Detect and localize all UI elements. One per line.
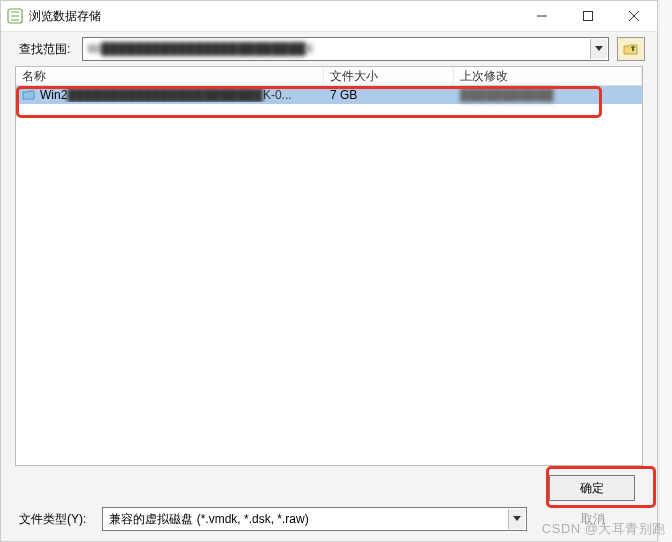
file-row[interactable]: Win2███████████████████████K-0... 7 GB █… bbox=[16, 86, 642, 104]
maximize-button[interactable] bbox=[565, 1, 611, 31]
file-list: 名称 文件大小 上次修改 Win2███████████████████████… bbox=[15, 66, 643, 466]
column-modified[interactable]: 上次修改 bbox=[454, 67, 642, 85]
folder-icon bbox=[22, 89, 36, 101]
minimize-button[interactable] bbox=[519, 1, 565, 31]
close-button[interactable] bbox=[611, 1, 657, 31]
search-path-combo[interactable]: Wi████████████████████████X bbox=[82, 37, 609, 61]
svg-rect-2 bbox=[584, 12, 593, 21]
file-list-headers: 名称 文件大小 上次修改 bbox=[16, 67, 642, 86]
chevron-down-icon[interactable] bbox=[508, 509, 525, 529]
toolbar: 查找范围: Wi████████████████████████X bbox=[1, 32, 657, 66]
file-type-value: 兼容的虚拟磁盘 (*.vmdk, *.dsk, *.raw) bbox=[109, 511, 508, 528]
file-name: Win2███████████████████████K-0... bbox=[40, 88, 292, 102]
svg-marker-6 bbox=[513, 516, 521, 521]
up-directory-button[interactable] bbox=[617, 37, 645, 61]
file-type-combo[interactable]: 兼容的虚拟磁盘 (*.vmdk, *.dsk, *.raw) bbox=[102, 507, 527, 531]
file-modified-cell: ███████████ bbox=[454, 88, 642, 102]
file-type-label: 文件类型(Y): bbox=[19, 511, 86, 528]
app-icon bbox=[7, 8, 23, 24]
column-name[interactable]: 名称 bbox=[16, 67, 324, 85]
ok-button[interactable]: 确定 bbox=[549, 475, 635, 501]
file-size-cell: 7 GB bbox=[324, 88, 454, 102]
search-scope-label: 查找范围: bbox=[19, 41, 70, 58]
search-path-text: Wi████████████████████████X bbox=[87, 42, 590, 56]
file-rows: Win2███████████████████████K-0... 7 GB █… bbox=[16, 86, 642, 104]
chevron-down-icon[interactable] bbox=[590, 39, 607, 59]
window-title: 浏览数据存储 bbox=[29, 8, 101, 25]
file-name-cell: Win2███████████████████████K-0... bbox=[16, 88, 324, 102]
dialog-window: 浏览数据存储 查找范围: Wi████████████████████████X bbox=[0, 0, 658, 542]
dialog-footer: 确定 取消 文件类型(Y): 兼容的虚拟磁盘 (*.vmdk, *.dsk, *… bbox=[1, 473, 657, 541]
svg-marker-5 bbox=[595, 46, 603, 51]
column-size[interactable]: 文件大小 bbox=[324, 67, 454, 85]
cancel-button[interactable]: 取消 bbox=[551, 507, 635, 531]
title-bar: 浏览数据存储 bbox=[1, 1, 657, 32]
